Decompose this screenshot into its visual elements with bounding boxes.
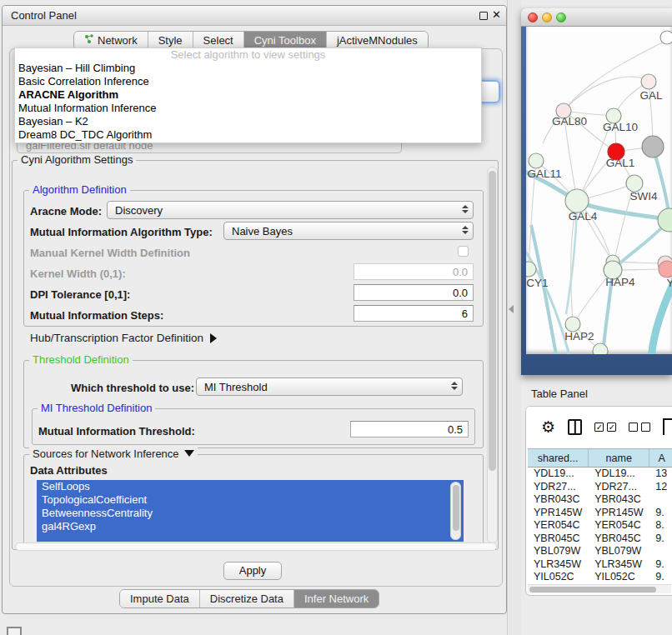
data-attribute-item[interactable]: gal4RGexp <box>37 520 464 533</box>
data-attributes-list[interactable]: SelfLoopsTopologicalCoefficientBetweenne… <box>37 480 464 542</box>
minimized-panel-button[interactable] <box>7 627 22 635</box>
data-attribute-item[interactable]: TopologicalCoefficient <box>37 493 464 507</box>
network-node-y[interactable] <box>659 261 672 278</box>
algorithm-list: Bayesian – Hill ClimbingBasic Correlatio… <box>15 62 481 142</box>
tab-network[interactable]: Network <box>74 32 148 49</box>
mi-threshold-label: Mutual Information Threshold: <box>38 425 195 438</box>
which-threshold-value: MI Threshold <box>204 381 268 393</box>
manual-kernel-checkbox[interactable] <box>458 246 469 257</box>
tab-cyni-toolbox[interactable]: Cyni Toolbox <box>244 32 327 49</box>
settings-vertical-scrollbar[interactable] <box>487 167 498 543</box>
network-node[interactable] <box>660 31 672 44</box>
algorithm-option[interactable]: Bayesian – K2 <box>15 115 481 128</box>
table-column-header[interactable]: name <box>589 449 649 467</box>
kernel-width-field[interactable]: 0.0 <box>354 263 474 280</box>
tab-jactivemnodules-label: jActiveMNodules <box>337 34 418 47</box>
algorithm-definition-title: Algorithm Definition <box>29 183 130 196</box>
table-row[interactable]: YBL079WYBL079W <box>528 545 672 558</box>
table-panel-title: Table Panel <box>531 388 588 400</box>
algorithm-option[interactable]: Dream8 DC_TDC Algorithm <box>15 128 481 142</box>
table-row[interactable]: YDL19...YDL19...13 <box>528 468 672 481</box>
tab-style[interactable]: Style <box>148 32 193 49</box>
network-node-label: SWI4 <box>629 190 657 202</box>
settings-group-title: Cyni Algorithm Settings <box>18 153 136 166</box>
network-node-gal4[interactable] <box>565 189 589 212</box>
dpi-tolerance-field[interactable]: 0.0 <box>354 284 474 301</box>
mi-type-select[interactable]: Naive Bayes <box>223 222 474 240</box>
tab-jactivemnodules[interactable]: jActiveMNodules <box>327 32 428 49</box>
network-node[interactable] <box>642 136 664 158</box>
tab-cyni-toolbox-label: Cyni Toolbox <box>254 34 316 47</box>
table-header-row: shared...nameA <box>528 448 672 468</box>
network-node-label: GCY1 <box>526 277 548 289</box>
table-cell: 9. <box>649 558 672 572</box>
tab-select-label: Select <box>203 34 233 47</box>
table-row[interactable]: YDR27...YDR27...12 <box>528 481 672 494</box>
collapse-down-icon <box>184 450 194 457</box>
table-cell: YBL079W <box>589 545 649 558</box>
deselect-all-columns-icon[interactable] <box>629 422 650 432</box>
algorithm-option[interactable]: Mutual Information Inference <box>15 102 481 115</box>
table-row[interactable]: YLR345WYLR345W9. <box>528 558 672 572</box>
which-threshold-select[interactable]: MI Threshold <box>196 378 463 396</box>
gear-icon[interactable]: ⚙ <box>541 419 555 435</box>
tab-discretize-data[interactable]: Discretize Data <box>200 590 294 608</box>
float-window-icon[interactable] <box>479 12 488 20</box>
network-node-gal[interactable] <box>641 74 656 89</box>
combo-arrows-icon <box>462 205 469 213</box>
table-cell: YDR27... <box>589 481 649 494</box>
apply-button[interactable]: Apply <box>223 562 282 580</box>
network-node-label: HAP2 <box>564 330 594 342</box>
network-view-window: GALGAL80GAL10GAL1GAL11GAL4SWI4GCY1HAP4YH… <box>521 8 672 375</box>
table-cell: YIL052C <box>528 571 589 584</box>
table-cell: YBR043C <box>589 493 649 507</box>
sources-group-title[interactable]: Sources for Network Inference <box>29 448 198 460</box>
network-node-gal1[interactable] <box>626 175 643 192</box>
tab-impute-data[interactable]: Impute Data <box>120 590 200 608</box>
close-traffic-light-icon[interactable] <box>528 12 538 22</box>
table-cell: YBR043C <box>528 493 589 507</box>
table-row[interactable]: YBR043CYBR043C <box>528 493 672 507</box>
hub-definition-expander[interactable]: Hub/Transcription Factor Definition <box>30 332 217 344</box>
split-columns-icon[interactable] <box>568 419 582 435</box>
table-cell: 12 <box>649 481 672 494</box>
splitter-collapse-icon[interactable] <box>509 305 514 313</box>
network-node[interactable] <box>593 343 608 354</box>
table-column-header[interactable]: shared... <box>528 449 589 467</box>
close-icon[interactable]: ✕ <box>492 8 501 21</box>
algorithm-option[interactable]: ARACNE Algorithm <box>15 88 481 102</box>
network-canvas[interactable]: GALGAL80GAL10GAL1GAL11GAL4SWI4GCY1HAP4YH… <box>526 27 672 354</box>
kernel-width-label: Kernel Width (0,1): <box>30 268 126 280</box>
network-node-label: GAL1 <box>606 157 635 169</box>
document-icon[interactable] <box>663 418 672 435</box>
network-node-gcy1[interactable] <box>526 262 536 277</box>
panel-splitter[interactable] <box>507 0 521 635</box>
table-row[interactable]: YBR045CYBR045C9. <box>528 532 672 546</box>
network-node-gal11[interactable] <box>529 153 544 168</box>
tab-infer-network[interactable]: Infer Network <box>294 590 379 608</box>
table-cell: YDL19... <box>528 468 589 481</box>
network-node-label: Y <box>666 277 672 289</box>
zoom-traffic-light-icon[interactable] <box>556 12 566 22</box>
table-horizontal-scrollbar[interactable] <box>528 584 671 593</box>
settings-horizontal-scrollbar[interactable] <box>15 542 497 551</box>
select-all-columns-icon[interactable]: ✓✓ <box>594 422 616 432</box>
network-node-label: GAL4 <box>569 210 598 222</box>
tab-network-label: Network <box>98 34 138 47</box>
aracne-mode-select[interactable]: Discovery <box>107 201 474 219</box>
tab-select[interactable]: Select <box>193 32 244 49</box>
mi-steps-field[interactable]: 6 <box>354 305 474 322</box>
network-tab-icon <box>84 34 94 47</box>
attributes-scrollbar[interactable] <box>450 482 461 540</box>
algorithm-option[interactable]: Bayesian – Hill Climbing <box>15 62 481 75</box>
table-column-header[interactable]: A <box>649 449 672 467</box>
mi-threshold-field[interactable]: 0.5 <box>350 421 469 438</box>
data-attribute-item[interactable]: BetweennessCentrality <box>37 507 464 520</box>
table-row[interactable]: YER054CYER054C8. <box>528 519 672 532</box>
minimize-traffic-light-icon[interactable] <box>542 12 552 22</box>
table-row[interactable]: YIL052CYIL052C9. <box>528 571 672 584</box>
data-attribute-item[interactable]: SelfLoops <box>37 480 464 493</box>
algorithm-option[interactable]: Basic Correlation Inference <box>15 75 481 88</box>
combo-arrows-icon <box>451 382 458 390</box>
table-row[interactable]: YPR145WYPR145W9. <box>528 507 672 520</box>
